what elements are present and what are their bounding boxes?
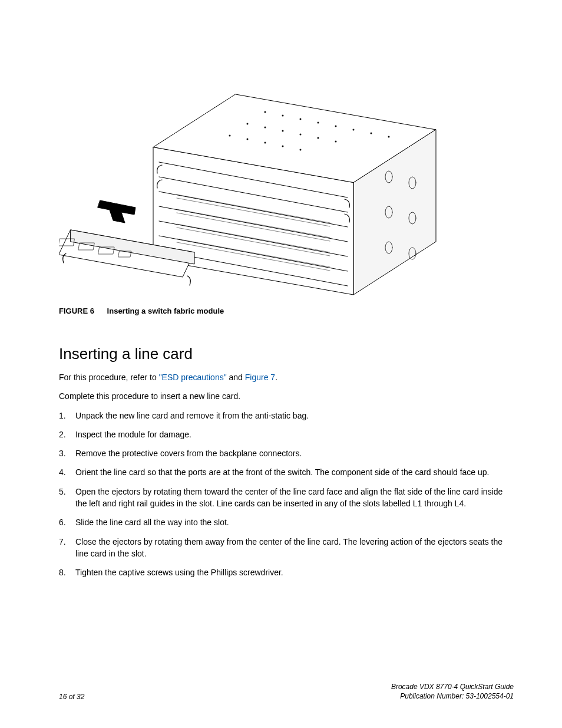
list-item: Slide the line card all the way into the… — [59, 516, 514, 528]
section-heading: Inserting a line card — [59, 345, 514, 363]
list-item: Open the ejectors by rotating them towar… — [59, 486, 514, 510]
list-item: Close the ejectors by rotating them away… — [59, 536, 514, 560]
svg-point-27 — [300, 149, 302, 151]
svg-point-16 — [388, 136, 390, 138]
list-item: Inspect the module for damage. — [59, 429, 514, 440]
list-item: Unpack the new line card and remove it f… — [59, 410, 514, 421]
svg-point-24 — [247, 139, 249, 140]
svg-point-25 — [265, 142, 266, 144]
svg-point-9 — [265, 111, 266, 113]
figure-label: FIGURE 6 — [59, 307, 94, 315]
page-footer: 16 of 32 Brocade VDX 8770-4 QuickStart G… — [59, 682, 514, 701]
link-figure-7[interactable]: Figure 7 — [245, 373, 275, 382]
footer-page-number: 16 of 32 — [59, 693, 84, 701]
intro-text-mid: and — [227, 373, 245, 382]
svg-point-14 — [353, 129, 355, 131]
list-item: Orient the line card so that the ports a… — [59, 466, 514, 478]
svg-point-23 — [229, 135, 231, 137]
lead-paragraph: Complete this procedure to insert a new … — [59, 390, 514, 402]
figure-caption: FIGURE 6 Inserting a switch fabric modul… — [59, 307, 514, 315]
svg-point-21 — [318, 137, 319, 139]
footer-doc-title: Brocade VDX 8770-4 QuickStart Guide — [391, 682, 514, 691]
svg-point-22 — [335, 141, 337, 143]
svg-point-11 — [300, 118, 302, 120]
svg-point-19 — [282, 130, 284, 132]
intro-paragraph: For this procedure, refer to "ESD precau… — [59, 371, 514, 383]
svg-point-20 — [300, 134, 302, 136]
svg-point-15 — [371, 133, 372, 134]
figure-image — [59, 77, 459, 301]
figure-title: Inserting a switch fabric module — [107, 307, 224, 315]
list-item: Tighten the captive screws using the Phi… — [59, 566, 514, 578]
link-esd-precautions[interactable]: "ESD precautions" — [159, 373, 227, 382]
svg-point-26 — [282, 146, 284, 147]
procedure-steps: Unpack the new line card and remove it f… — [59, 410, 514, 579]
switch-module-illustration — [59, 77, 459, 301]
svg-point-13 — [335, 126, 337, 127]
footer-pub-number: Publication Number: 53-1002554-01 — [391, 691, 514, 701]
svg-marker-49 — [98, 200, 135, 223]
svg-point-12 — [318, 122, 319, 124]
svg-point-17 — [247, 123, 249, 125]
list-item: Remove the protective covers from the ba… — [59, 447, 514, 459]
intro-text-prefix: For this procedure, refer to — [59, 373, 159, 382]
svg-point-10 — [282, 115, 284, 117]
svg-point-18 — [265, 127, 266, 129]
intro-text-suffix: . — [275, 373, 277, 382]
